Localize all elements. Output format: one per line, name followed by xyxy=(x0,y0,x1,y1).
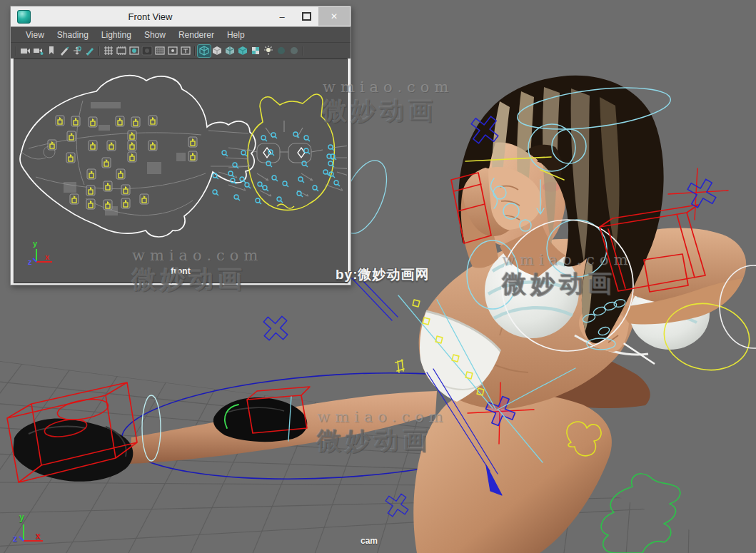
axis-x-label: x xyxy=(36,531,41,541)
kitty-dot-control[interactable] xyxy=(234,195,240,201)
svg-text:x: x xyxy=(45,253,50,261)
facial-slider-control[interactable] xyxy=(86,186,95,196)
kitty-dot-control[interactable] xyxy=(298,177,304,183)
toolbar-icon-safe-action-icon[interactable] xyxy=(166,45,179,57)
toolbar-icon-film-gate-icon[interactable] xyxy=(115,45,128,57)
toolbar-icon-xray-icon[interactable] xyxy=(288,45,301,57)
menu-item-view[interactable]: View xyxy=(19,30,51,40)
kitty-dot-control[interactable] xyxy=(263,186,268,191)
kitty-eye-controls[interactable] xyxy=(263,148,305,158)
facial-slider-control[interactable] xyxy=(107,141,116,151)
facial-slider-control[interactable] xyxy=(128,141,136,151)
facial-slider-control[interactable] xyxy=(70,194,79,204)
kitty-dot-control[interactable] xyxy=(266,161,272,167)
minimize-button[interactable]: – xyxy=(270,7,294,26)
menu-item-show[interactable]: Show xyxy=(138,30,172,40)
toolbar-icon-smooth-shade-all-icon[interactable] xyxy=(211,45,223,57)
panel-menu-bar: ViewShadingLightingShowRendererHelp xyxy=(11,26,351,42)
maximize-button[interactable] xyxy=(294,7,318,26)
kitty-dot-control[interactable] xyxy=(327,154,333,160)
toolbar-icon-lights-icon[interactable] xyxy=(262,45,275,57)
toolbar-icon-shadows-icon[interactable] xyxy=(275,45,288,57)
menu-item-shading[interactable]: Shading xyxy=(51,30,95,40)
kitty-dot-control[interactable] xyxy=(222,151,228,156)
facial-slider-control[interactable] xyxy=(66,153,75,163)
facial-gui-kitty xyxy=(218,94,348,210)
svg-text:z: z xyxy=(28,258,32,266)
kitty-dot-control[interactable] xyxy=(283,181,288,187)
facial-slider-control[interactable] xyxy=(148,116,157,126)
kitty-controls[interactable] xyxy=(213,132,340,204)
facial-slider-control[interactable] xyxy=(104,181,112,191)
facial-slider-control[interactable] xyxy=(48,140,56,150)
kitty-dot-control[interactable] xyxy=(245,183,251,188)
kitty-dot-control[interactable] xyxy=(272,176,278,181)
facial-slider-control[interactable] xyxy=(128,131,136,141)
credit-watermark: by:微妙动画网 xyxy=(336,265,430,284)
axis-z-label: z xyxy=(13,534,17,544)
toolbar-icon-wireframe-on-shaded-icon[interactable] xyxy=(223,45,236,57)
facial-slider-control[interactable] xyxy=(121,198,130,208)
facial-slider-control[interactable] xyxy=(67,131,76,141)
facial-slider-control[interactable] xyxy=(89,141,97,151)
toolbar-icon-grease-pencil-icon[interactable] xyxy=(84,45,96,57)
kitty-dot-control[interactable] xyxy=(213,190,218,196)
toolbar-icon-pan-zoom-icon[interactable] xyxy=(71,45,84,57)
facial-slider-control[interactable] xyxy=(86,199,95,209)
front-view-label: front xyxy=(14,266,347,276)
toolbar-icon-select-camera-icon[interactable] xyxy=(19,45,32,57)
toolbar-icon-grid-icon[interactable] xyxy=(102,45,115,57)
toolbar-separator xyxy=(16,46,17,56)
toolbar-icon-resolution-gate-icon[interactable] xyxy=(128,45,141,57)
facial-gui-fish xyxy=(20,76,256,237)
kitty-dot-control[interactable] xyxy=(277,197,283,203)
toolbar-icon-use-default-material-icon[interactable] xyxy=(249,45,262,57)
toolbar-separator xyxy=(303,46,304,56)
toolbar-icon-camera-attributes-icon[interactable] xyxy=(32,45,45,57)
menu-item-renderer[interactable]: Renderer xyxy=(172,30,221,40)
svg-text:y: y xyxy=(33,239,38,248)
menu-item-lighting[interactable]: Lighting xyxy=(95,30,138,40)
maya-workspace: { "window": { "title": "Front View", "me… xyxy=(0,0,756,553)
facial-slider-control[interactable] xyxy=(87,169,96,179)
kitty-dot-control[interactable] xyxy=(313,186,318,191)
toolbar-icon-image-plane-icon[interactable] xyxy=(58,45,71,57)
kitty-dot-control[interactable] xyxy=(261,136,267,141)
toolbar-icon-textured-icon[interactable] xyxy=(236,45,249,57)
toolbar-separator xyxy=(99,46,100,56)
facial-slider-control[interactable] xyxy=(104,200,112,210)
kitty-dot-control[interactable] xyxy=(241,151,247,156)
facial-slider-control[interactable] xyxy=(128,152,136,162)
facial-slider-control[interactable] xyxy=(89,117,97,127)
kitty-dot-control[interactable] xyxy=(334,181,340,186)
facial-slider-control[interactable] xyxy=(188,151,197,161)
facial-slider-control[interactable] xyxy=(71,116,80,126)
facial-slider-control[interactable] xyxy=(102,158,111,168)
facial-slider-control[interactable] xyxy=(56,116,64,126)
close-button[interactable]: ✕ xyxy=(318,7,350,26)
toolbar-icon-gate-mask-icon[interactable] xyxy=(141,45,153,57)
toolbar-icon-bookmark-icon[interactable] xyxy=(45,45,58,57)
toolbar-icon-safe-title-icon[interactable] xyxy=(179,45,192,57)
facial-slider-control[interactable] xyxy=(116,116,124,126)
window-title: Front View xyxy=(31,11,270,22)
facial-gui-sliders[interactable] xyxy=(48,116,197,210)
toolbar-icon-field-chart-icon[interactable] xyxy=(153,45,166,57)
facial-slider-control[interactable] xyxy=(131,117,140,127)
title-bar[interactable]: Front View – ✕ xyxy=(11,6,351,26)
facial-slider-control[interactable] xyxy=(148,141,157,151)
facial-slider-control[interactable] xyxy=(121,185,130,195)
front-axis-indicator: y z x xyxy=(28,239,52,266)
kitty-dot-control[interactable] xyxy=(304,136,310,141)
toolbar-icon-wireframe-icon[interactable] xyxy=(198,45,211,57)
front-viewport[interactable]: y z x front xyxy=(14,59,348,283)
rig-ground-blob-green[interactable] xyxy=(601,474,680,553)
facial-slider-control[interactable] xyxy=(188,137,197,147)
facial-slider-control[interactable] xyxy=(116,169,125,179)
facial-slider-control[interactable] xyxy=(140,194,148,204)
boot-left xyxy=(13,418,133,481)
menu-item-help[interactable]: Help xyxy=(221,30,251,40)
maya-app-icon xyxy=(17,10,31,24)
kitty-dot-control[interactable] xyxy=(323,170,329,176)
kitty-dot-control[interactable] xyxy=(256,198,261,204)
